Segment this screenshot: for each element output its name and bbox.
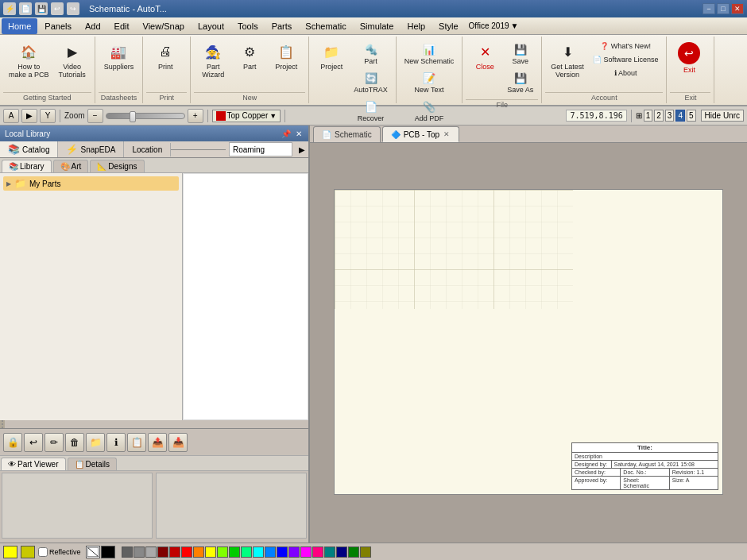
resize-handle[interactable] xyxy=(0,420,5,428)
ribbon-btn-autotrax[interactable]: 🔄 AutoTRAX xyxy=(350,68,391,96)
color-sw-teal[interactable] xyxy=(324,546,335,558)
color-swatch-yellow[interactable] xyxy=(21,546,35,558)
ribbon-btn-add-pdf[interactable]: 📎 Add PDF xyxy=(401,97,458,125)
ribbon-btn-save[interactable]: 💾 Save xyxy=(504,40,536,68)
color-sw-navy[interactable] xyxy=(336,546,347,558)
ribbon-btn-new-part[interactable]: ⚙ Part xyxy=(232,40,267,73)
location-input[interactable] xyxy=(229,142,292,156)
reflective-input[interactable] xyxy=(38,547,48,557)
layer-dropdown[interactable]: Top Copper ▼ xyxy=(212,110,281,122)
color-sw-gray1[interactable] xyxy=(122,546,133,558)
panel-close-btn[interactable]: ✕ xyxy=(294,129,304,138)
zoom-slider[interactable] xyxy=(106,113,185,119)
color-sw-maroon[interactable] xyxy=(169,546,180,558)
color-sw-pink[interactable] xyxy=(312,546,323,558)
maximize-button[interactable]: □ xyxy=(717,3,730,14)
color-sw-mint[interactable] xyxy=(241,546,252,558)
panel-tab-catalog[interactable]: 📚 Catalog xyxy=(0,141,58,157)
bottom-btn-copy[interactable]: 📋 xyxy=(127,433,146,452)
tab-pcb-top[interactable]: 🔷 PCB - Top ✕ xyxy=(382,126,459,142)
grid-val-3[interactable]: 3 xyxy=(665,110,675,122)
ribbon-btn-part-wizard[interactable]: 🧙 PartWizard xyxy=(195,40,230,81)
toolbar-btn-3[interactable]: Y xyxy=(40,109,56,123)
pattern-swatch-1[interactable] xyxy=(86,546,100,558)
color-sw-cyan[interactable] xyxy=(253,546,264,558)
color-sw-blue[interactable] xyxy=(277,546,288,558)
tab-close-btn[interactable]: ✕ xyxy=(443,130,451,138)
bottom-btn-info[interactable]: ℹ xyxy=(106,433,126,452)
bottom-btn-import[interactable]: 📥 xyxy=(168,433,188,452)
zoom-out-btn[interactable]: − xyxy=(87,109,103,123)
ribbon-btn-print[interactable]: 🖨 Print xyxy=(148,40,183,73)
menu-simulate[interactable]: Simulate xyxy=(354,18,401,34)
ribbon-btn-whats-new[interactable]: ❓ What's New! xyxy=(590,40,662,52)
panel-pin-btn[interactable]: 📌 xyxy=(280,129,292,138)
color-sw-red[interactable] xyxy=(181,546,192,558)
menu-style[interactable]: Style xyxy=(432,18,464,34)
color-sw-olive[interactable] xyxy=(360,546,371,558)
ribbon-btn-recover[interactable]: 📄 Recover xyxy=(350,97,391,125)
panel-tab-snapeda[interactable]: ⚡ SnapEDA xyxy=(58,141,124,157)
ribbon-btn-get-latest[interactable]: ⬇ Get LatestVersion xyxy=(547,40,588,81)
library-tab-library[interactable]: 📚 Library xyxy=(2,160,52,172)
color-sw-green[interactable] xyxy=(229,546,240,558)
menu-home[interactable]: Home xyxy=(2,18,37,34)
bottom-btn-edit[interactable]: ✏ xyxy=(45,433,64,452)
toolbar-btn-1[interactable]: A xyxy=(3,109,19,123)
color-sw-gray2[interactable] xyxy=(134,546,145,558)
grid-val-2[interactable]: 2 xyxy=(654,110,664,122)
menu-schematic[interactable]: Schematic xyxy=(299,18,352,34)
grid-val-1[interactable]: 1 xyxy=(644,110,653,122)
color-sw-purple[interactable] xyxy=(288,546,300,558)
ribbon-btn-new-schematic[interactable]: 📊 New Schematic xyxy=(401,40,458,68)
ribbon-btn-exit[interactable]: ↩ Exit xyxy=(672,40,706,76)
grid-val-4[interactable]: 4 xyxy=(675,110,685,122)
bottom-btn-lock[interactable]: 🔒 xyxy=(3,433,22,452)
part-viewer-tab-details[interactable]: 📋 Details xyxy=(68,458,118,470)
library-tab-designs[interactable]: 📐 Designs xyxy=(90,160,144,172)
ribbon-btn-about[interactable]: ℹ About xyxy=(590,67,662,79)
menu-view-snap[interactable]: View/Snap xyxy=(137,18,191,34)
reflective-checkbox[interactable]: Reflective xyxy=(38,547,81,557)
tab-schematic[interactable]: 📄 Schematic xyxy=(313,126,381,142)
pattern-swatch-2[interactable] xyxy=(101,546,115,558)
ribbon-btn-new-text[interactable]: 📝 New Text xyxy=(401,68,458,96)
ribbon-btn-video-tutorials[interactable]: ▶ VideoTutorials xyxy=(55,40,90,81)
library-tab-art[interactable]: 🎨 Art xyxy=(53,160,89,172)
panel-expand-btn[interactable]: ▶ xyxy=(296,143,308,156)
ribbon-btn-how-to-pcb[interactable]: 🏠 How tomake a PCB xyxy=(5,40,53,81)
bottom-btn-folder[interactable]: 📁 xyxy=(86,433,105,452)
menu-parts[interactable]: Parts xyxy=(265,18,299,34)
color-sw-yellow2[interactable] xyxy=(205,546,216,558)
color-sw-lime[interactable] xyxy=(217,546,228,558)
color-sw-darkgreen[interactable] xyxy=(348,546,359,558)
menu-tools[interactable]: Tools xyxy=(231,18,265,34)
menu-add[interactable]: Add xyxy=(79,18,107,34)
tree-item-my-parts[interactable]: ▶ 📁 My Parts xyxy=(3,176,179,191)
ribbon-btn-new-project[interactable]: 📋 Project xyxy=(269,40,304,73)
bottom-btn-undo[interactable]: ↩ xyxy=(24,433,43,452)
part-viewer-tab-viewer[interactable]: 👁 Part Viewer xyxy=(1,458,66,470)
ribbon-btn-license[interactable]: 📄 Software License xyxy=(590,53,662,66)
menu-layout[interactable]: Layout xyxy=(192,18,230,34)
ribbon-btn-close[interactable]: ✕ Close xyxy=(467,40,502,73)
zoom-in-btn[interactable]: + xyxy=(188,109,203,123)
color-sw-magenta[interactable] xyxy=(300,546,312,558)
bottom-btn-export[interactable]: 📤 xyxy=(148,433,167,452)
ribbon-btn-open-part[interactable]: 🔩 Part xyxy=(350,40,391,68)
ribbon-btn-save-as[interactable]: 💾 Save As xyxy=(504,68,536,96)
ribbon-btn-suppliers[interactable]: 🏭 Suppliers xyxy=(100,40,138,73)
panel-tab-location[interactable]: Location xyxy=(124,143,171,156)
toolbar-btn-2[interactable]: ▶ xyxy=(21,109,37,123)
color-sw-darkred[interactable] xyxy=(157,546,168,558)
style-selector[interactable]: Office 2019 ▼ xyxy=(469,21,519,30)
grid-val-5[interactable]: 5 xyxy=(687,110,696,122)
color-sw-orange[interactable] xyxy=(193,546,204,558)
menu-help[interactable]: Help xyxy=(401,18,432,34)
bottom-btn-delete[interactable]: 🗑 xyxy=(65,433,84,452)
color-sw-gray3[interactable] xyxy=(145,546,157,558)
color-sw-skyblue[interactable] xyxy=(265,546,276,558)
hide-unrc-label[interactable]: Hide Unrc xyxy=(701,110,744,122)
minimize-button[interactable]: − xyxy=(702,3,715,14)
close-button[interactable]: ✕ xyxy=(731,3,744,14)
